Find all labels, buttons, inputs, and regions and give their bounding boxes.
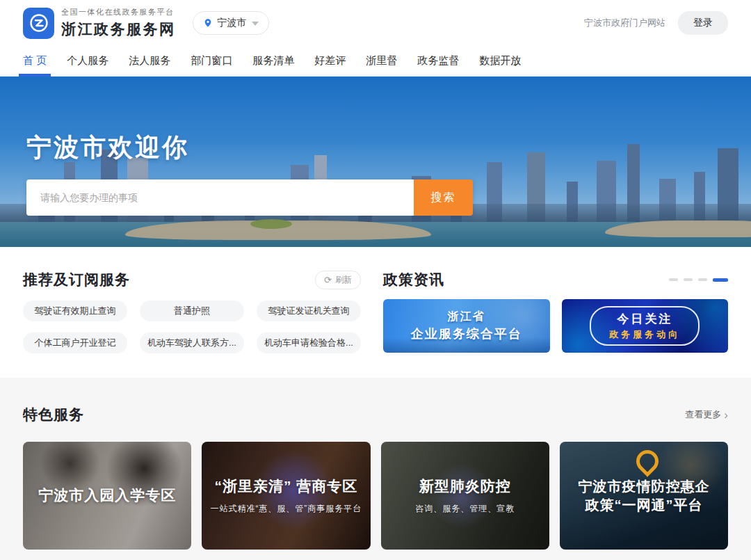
nav-item-8[interactable]: 数据开放: [479, 46, 521, 75]
carousel-dot-3[interactable]: [713, 278, 728, 282]
location-pin-icon: [203, 17, 213, 29]
banner-line: 政务服务动向: [609, 328, 680, 341]
logo-swirl-icon: [29, 13, 49, 33]
service-chip[interactable]: 机动车驾驶人联系方...: [140, 333, 244, 353]
banner-line: 今日关注: [609, 311, 680, 327]
search-bar: 搜索: [26, 179, 473, 216]
hero-banner: 宁波市欢迎你 搜索: [0, 77, 751, 247]
mid-section: 推荐及订阅服务 ⟳ 刷新 驾驶证有效期止查询普通护照驾驶证发证机关查询个体工商户…: [0, 247, 751, 378]
carousel-dot-0[interactable]: [669, 278, 678, 281]
welcome-title: 宁波市欢迎你: [26, 131, 189, 165]
banner-line: 浙江省: [448, 310, 485, 324]
platform-label: 全国一体化在线政务服务平台: [61, 7, 176, 17]
city-name: 宁波市: [218, 17, 247, 29]
card-subtitle: 咨询、服务、管理、宣教: [415, 503, 515, 515]
main-nav: 首 页个人服务法人服务部门窗口服务清单好差评浙里督政务监督数据开放: [0, 46, 751, 77]
nav-item-3[interactable]: 部门窗口: [191, 46, 232, 75]
carousel-dot-2[interactable]: [698, 278, 707, 281]
portal-link[interactable]: 宁波市政府门户网站: [584, 17, 665, 29]
site-header: 全国一体化在线政务服务平台 浙江政务服务网 宁波市 宁波市政府门户网站 登录: [0, 0, 751, 46]
island-trees: [250, 219, 292, 229]
recommended-title: 推荐及订阅服务: [23, 270, 130, 289]
service-chip[interactable]: 个体工商户开业登记: [23, 333, 127, 353]
card-title: 宁波市疫情防控惠企政策“一网通”平台: [575, 477, 713, 515]
featured-section: 特色服务 查看更多 › 宁波市入园入学专区“浙里亲清” 营商专区一站式精准“惠、…: [0, 378, 751, 560]
nav-item-2[interactable]: 法人服务: [129, 46, 170, 75]
banner-outline-box: 今日关注 政务服务动向: [590, 306, 700, 346]
card-title: 新型肺炎防控: [419, 477, 511, 496]
nav-item-6[interactable]: 浙里督: [366, 46, 397, 75]
carousel-pagination: [669, 278, 728, 282]
refresh-label: 刷新: [335, 274, 352, 286]
service-chip[interactable]: 机动车申请检验合格...: [257, 333, 361, 353]
chevron-right-icon: ›: [724, 409, 728, 421]
banner-line: 企业服务综合平台: [411, 326, 522, 342]
nav-item-1[interactable]: 个人服务: [67, 46, 108, 75]
nav-item-7[interactable]: 政务监督: [417, 46, 459, 75]
chevron-down-icon: [252, 22, 259, 26]
service-chip[interactable]: 驾驶证有效期止查询: [23, 301, 127, 321]
search-input[interactable]: [26, 179, 414, 216]
card-subtitle: 一站式精准“惠、服、管”商事服务平台: [210, 503, 362, 515]
featured-card-1[interactable]: 宁波市入园入学专区: [23, 442, 191, 550]
policy-title: 政策资讯: [383, 270, 444, 289]
recommended-section: 推荐及订阅服务 ⟳ 刷新 驾驶证有效期止查询普通护照驾驶证发证机关查询个体工商户…: [23, 269, 361, 378]
card-title: “浙里亲清” 营商专区: [214, 477, 357, 496]
service-chip[interactable]: 驾驶证发证机关查询: [257, 301, 361, 321]
featured-card-4[interactable]: 宁波市疫情防控惠企政策“一网通”平台: [560, 442, 728, 550]
nav-item-0[interactable]: 首 页: [23, 46, 47, 75]
see-more-link[interactable]: 查看更多 ›: [685, 408, 728, 421]
policy-banner-today-focus[interactable]: 今日关注 政务服务动向: [562, 299, 729, 353]
refresh-button[interactable]: ⟳ 刷新: [315, 271, 361, 289]
card-title: 宁波市入园入学专区: [38, 486, 176, 505]
service-chip[interactable]: 普通护照: [140, 301, 244, 321]
login-button[interactable]: 登录: [678, 11, 728, 35]
featured-title: 特色服务: [23, 405, 84, 424]
policy-news-section: 政策资讯 浙江省 企业服务综合平台 今日关注 政务服务动向: [383, 269, 728, 378]
see-more-label: 查看更多: [685, 408, 721, 421]
nav-item-5[interactable]: 好差评: [314, 46, 346, 75]
carousel-dot-1[interactable]: [684, 278, 693, 281]
logo-text: 全国一体化在线政务服务平台 浙江政务服务网: [61, 7, 176, 39]
featured-cards: 宁波市入园入学专区“浙里亲清” 营商专区一站式精准“惠、服、管”商事服务平台新型…: [23, 442, 728, 550]
service-chips: 驾驶证有效期止查询普通护照驾驶证发证机关查询个体工商户开业登记机动车驾驶人联系方…: [23, 301, 361, 353]
search-button[interactable]: 搜索: [414, 179, 473, 216]
featured-card-2[interactable]: “浙里亲清” 营商专区一站式精准“惠、服、管”商事服务平台: [202, 442, 370, 550]
city-selector[interactable]: 宁波市: [193, 11, 269, 35]
policy-banner-enterprise-platform[interactable]: 浙江省 企业服务综合平台: [383, 299, 550, 353]
featured-card-3[interactable]: 新型肺炎防控咨询、服务、管理、宣教: [381, 442, 549, 550]
site-logo[interactable]: [23, 8, 54, 39]
site-name: 浙江政务服务网: [61, 19, 176, 39]
refresh-icon: ⟳: [324, 275, 332, 285]
nav-item-4[interactable]: 服务清单: [252, 46, 294, 75]
